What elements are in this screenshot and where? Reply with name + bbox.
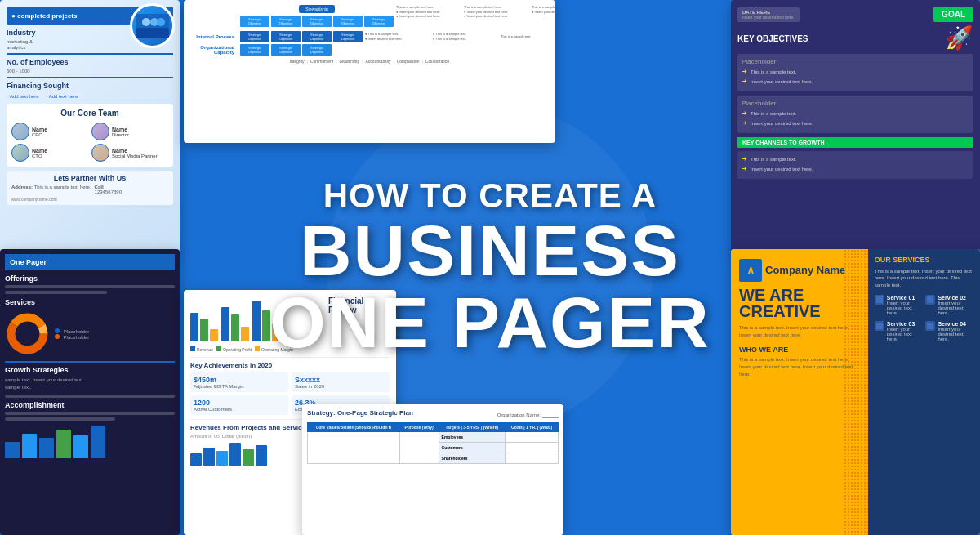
cap-obj-3: StrategicObjective (302, 44, 332, 56)
team-member-2: Name CTO (11, 144, 88, 162)
arrow-icon-1: ➜ (742, 78, 747, 85)
who-we-are-text: This is a sample text. Insert your desir… (739, 356, 860, 378)
internal-objs: StrategicObjective StrategicObjective St… (240, 31, 363, 42)
divider-2 (7, 77, 173, 78)
service-icon-0 (875, 295, 884, 305)
card-top-center: Stewardship StrategicObjective Strategic… (184, 0, 555, 143)
website-email: www.companyname.com (11, 197, 168, 202)
company-name: Company Name (765, 264, 845, 277)
service-num-2: Service 03 (887, 321, 923, 327)
mini-bars (5, 426, 175, 458)
cap-obj-1: StrategicObjective (240, 44, 270, 56)
date-section: DATE HERE Insert your desired text here. (737, 7, 800, 22)
svc-svg-1 (927, 296, 933, 303)
mini-bar-chart (5, 426, 175, 458)
value-integrity: Integrity (290, 59, 305, 64)
int-obj-4: StrategicObjective (333, 31, 363, 42)
divider-bottom-left (5, 361, 175, 363)
wl-2 (5, 291, 107, 294)
key-channels-label: KEY CHANNELS TO GROWTH (737, 137, 973, 148)
call-info: Call 1234567890 (95, 185, 122, 194)
legend-profit: Operating Profit (216, 346, 252, 352)
service-text-2: Service 03 Insert your desired text here… (887, 321, 923, 341)
org-name-value (542, 412, 559, 418)
values-row: Integrity | Commitment | Leadership | Ac… (189, 59, 550, 64)
col-core-values: Core Values/Beliefs (Should/Shouldn't) (308, 423, 400, 432)
arrow-icon-2: ➜ (742, 109, 747, 117)
address-value: This is a sample text here. (34, 185, 91, 189)
team-member-3: Name Social Media Partner (91, 144, 168, 162)
strategy-title: Strategy: One-Page Strategic Plan (307, 409, 413, 417)
achieve-label-2: Active Customers (194, 407, 285, 412)
wl-1 (5, 285, 175, 288)
company-logo: ∧ (739, 259, 762, 282)
mini-bar-5 (74, 435, 88, 458)
channel-item-1: ➜ Insert your desired text here. (742, 165, 969, 172)
channel-text-1: Insert your desired text here. (751, 167, 813, 172)
date-value: Insert your desired text here. (742, 15, 795, 20)
company-brand-section: ∧ Company Name WE ARE CREATIVE This is a… (731, 249, 868, 535)
obj-1: StrategicObjective (240, 16, 270, 27)
col-text-1: This is a sample text here.● Insert your… (396, 5, 461, 19)
member-role-3: Social Media Partner (112, 154, 158, 158)
service-item-0: Service 01 Insert your desired text here… (875, 295, 923, 315)
placeholder-label-1: Placeholder (742, 100, 969, 107)
member-info-1: Name Director (112, 127, 129, 137)
cap-obj-2: StrategicObjective (271, 44, 301, 56)
channel-text-0: This is a sample text. (751, 157, 796, 162)
growth-text: sample text. Insert your desired textsam… (5, 377, 175, 391)
achieve-num-0: $450m (194, 376, 285, 384)
internal-process-label: Internal Process (189, 34, 238, 39)
org-labels (189, 5, 238, 29)
rev-bar-6 (256, 445, 267, 466)
strategy-map: Stewardship StrategicObjective Strategic… (240, 5, 394, 29)
achieve-title: Key Achievements in 2020 (190, 362, 390, 369)
service-icon-3 (925, 321, 935, 331)
mini-bar-2 (22, 434, 37, 458)
bar-3-1 (252, 301, 261, 341)
placeholder-block-1: Placeholder ➜ This is a sample text. ➜ I… (737, 96, 973, 133)
arrow-item-3: ➜ Insert your desired text here. (742, 119, 969, 127)
decorative-dots (844, 249, 868, 535)
achieve-item-0: $450m Adjusted EBITA Margin (190, 372, 288, 392)
strategy-table-header: Core Values/Beliefs (Should/Shouldn't) P… (308, 423, 559, 432)
arrow-item-2: ➜ This is a sample text. (742, 109, 969, 117)
svg-point-9 (20, 326, 36, 342)
member-name-1: Name (112, 127, 129, 132)
obj-3: StrategicObjective (302, 16, 332, 27)
core-team-section: Our Core Team Name CEO Name Director (7, 104, 173, 167)
services-desc: This is a sample text. Insert your desir… (875, 268, 973, 288)
products-items: Add text here Add text here (7, 92, 173, 100)
service-num-3: Service 04 (938, 321, 973, 327)
service-label-1: Insert your desired text here. (938, 301, 973, 315)
value-accountability: Accountability (366, 59, 391, 64)
right-text-cols-2: This is a sample text here.● Insert your… (464, 5, 529, 29)
strategy-header: Strategy: One-Page Strategic Plan Organi… (307, 409, 559, 420)
service-label-3: Insert your desired text here. (938, 327, 973, 341)
offerings-title: Offerings (5, 274, 175, 283)
col-text-3: This is a sample text here.● Insert your… (532, 5, 555, 14)
company-desc: This is a sample text. Insert your desir… (739, 324, 860, 339)
int-obj-3: StrategicObjective (302, 31, 332, 42)
service-item-3: Service 04 Insert your desired text here… (925, 321, 973, 341)
company-logo-row: ∧ Company Name (739, 259, 860, 282)
center-text-overlay: HOW TO CREATE A BUSINESS ONE PAGER (261, 176, 719, 358)
one-pager-text: ONE PAGER (261, 287, 719, 359)
achieve-item-2: 1200 Active Customers (190, 395, 288, 415)
team-member-1: Name Director (91, 123, 168, 140)
legend-items: Placeholder Placeholder (55, 328, 89, 340)
placeholder-label-0: Placeholder (742, 58, 969, 65)
spacer (189, 5, 238, 23)
bar-2-3 (241, 327, 249, 341)
stewardship-box: Stewardship (299, 5, 335, 13)
who-we-are-title: WHO WE ARE (739, 346, 860, 354)
donut-chart (5, 311, 50, 356)
services-title: Services (5, 298, 175, 306)
achieve-item-1: Sxxxxx Sales in 2020 (292, 372, 390, 392)
creative-text: CREATIVE (739, 303, 860, 319)
org-name-label: Organization Name: (497, 412, 541, 417)
mini-bar-6 (91, 426, 105, 458)
business-text: BUSINESS (261, 215, 719, 287)
service-item-2: Service 03 Insert your desired text here… (875, 321, 923, 341)
legend-dot-0 (55, 328, 60, 333)
